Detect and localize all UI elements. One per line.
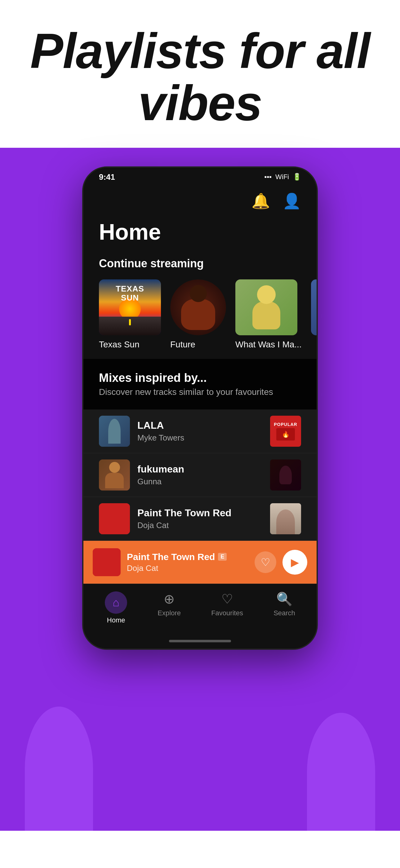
nav-item-explore[interactable]: ⊕ Explore: [158, 591, 181, 624]
woman-body: [276, 509, 295, 534]
now-playing-actions: ♡ ▶: [255, 550, 307, 575]
lala-title: LALA: [137, 420, 263, 431]
what-body: [253, 302, 280, 330]
track-item-paint[interactable]: Paint The Town Red Doja Cat: [84, 497, 316, 541]
stream-item-future[interactable]: Future: [170, 279, 226, 349]
mixes-subtitle: Discover new tracks similar to your favo…: [99, 387, 301, 397]
track-list: LALA Myke Towers POPULAR 🔥: [84, 409, 316, 541]
purple-background: 9:41 ▪▪▪ WiFi 🔋 🔔 👤 Home Continue stream…: [0, 148, 400, 831]
now-playing-art: [93, 548, 121, 576]
mixes-title: Mixes inspired by...: [99, 371, 301, 385]
status-bar: 9:41 ▪▪▪ WiFi 🔋: [84, 168, 316, 186]
blob-right: [307, 713, 375, 831]
paint-side-art: [270, 503, 301, 534]
what-thumbnail: [235, 279, 297, 335]
nav-favourites-label: Favourites: [211, 609, 243, 617]
phone-frame: 9:41 ▪▪▪ WiFi 🔋 🔔 👤 Home Continue stream…: [82, 166, 318, 650]
home-title-section: Home: [84, 213, 316, 254]
fuku-side-figure: [279, 466, 292, 484]
heart-button[interactable]: ♡: [255, 551, 276, 573]
home-heading: Home: [99, 219, 301, 245]
play-button[interactable]: ▶: [282, 550, 307, 575]
what-name: What Was I Ma...: [235, 340, 302, 349]
paint-title: Paint The Town Red: [137, 507, 263, 519]
battery-icon: 🔋: [293, 173, 301, 181]
popular-badge: POPULAR 🔥: [270, 416, 301, 447]
partial-thumbnail: [311, 279, 316, 335]
fuku-body: [105, 473, 124, 488]
continue-streaming-label: Continue streaming: [84, 254, 316, 276]
home-icon-bg: ⌂: [105, 591, 127, 614]
woman-bg: [270, 503, 301, 534]
indicator-bar: [169, 640, 231, 642]
track-item-lala[interactable]: LALA Myke Towers POPULAR 🔥: [84, 409, 316, 453]
stream-item-what[interactable]: What Was I Ma...: [235, 279, 302, 349]
status-time: 9:41: [99, 172, 115, 182]
explore-icon: ⊕: [164, 591, 174, 607]
lala-figure: [108, 419, 121, 444]
phone-mockup: 9:41 ▪▪▪ WiFi 🔋 🔔 👤 Home Continue stream…: [82, 166, 318, 650]
nav-search-label: Search: [273, 609, 295, 617]
texas-road: [99, 317, 161, 335]
paint-thumbnail: [99, 503, 130, 534]
fuku-head: [109, 462, 120, 473]
lala-artist: Myke Towers: [137, 433, 263, 443]
texas-sun-thumbnail: TEXASSUN: [99, 279, 161, 335]
lala-art: [99, 416, 130, 447]
nav-item-search[interactable]: 🔍 Search: [273, 591, 295, 624]
fuku-side-dark: [270, 460, 301, 491]
lala-thumbnail: [99, 416, 130, 447]
paint-info: Paint The Town Red Doja Cat: [137, 507, 263, 530]
fuku-artist: Gunna: [137, 477, 263, 487]
nav-home-label: Home: [107, 616, 125, 624]
what-head: [257, 285, 276, 304]
hero-section: Playlists for all vibes: [0, 0, 400, 148]
now-playing-bar[interactable]: Paint The Town Red E Doja Cat ♡ ▶: [84, 541, 316, 584]
future-head: [190, 285, 207, 302]
nav-explore-label: Explore: [158, 609, 181, 617]
popular-art: 🔥: [276, 428, 295, 440]
texas-sun-name: Texas Sun: [99, 340, 139, 349]
fuku-thumbnail: [99, 460, 130, 491]
notification-icon[interactable]: 🔔: [252, 192, 270, 210]
paint-art: [99, 503, 130, 534]
future-body: [181, 299, 215, 330]
top-bar: 🔔 👤: [84, 186, 316, 213]
search-icon: 🔍: [276, 591, 292, 607]
paint-woman-art: [270, 503, 301, 534]
texas-sun-label: TEXASSUN: [116, 284, 144, 302]
track-item-fukumean[interactable]: fukumean Gunna: [84, 453, 316, 497]
lala-side-art: POPULAR 🔥: [270, 416, 301, 447]
fuku-figure: [105, 462, 124, 488]
future-name: Future: [170, 340, 195, 349]
status-icons: ▪▪▪ WiFi 🔋: [265, 173, 301, 181]
lala-info: LALA Myke Towers: [137, 420, 263, 443]
mixes-banner[interactable]: Mixes inspired by... Discover new tracks…: [84, 359, 316, 409]
fuku-art: [99, 460, 130, 491]
stream-item-texas-sun[interactable]: TEXASSUN Texas Sun: [99, 279, 161, 349]
purple-blobs: [0, 676, 400, 831]
signal-icon: ▪▪▪: [265, 173, 272, 181]
now-playing-song: Paint The Town Red: [127, 552, 215, 562]
fuku-side-art: [270, 460, 301, 491]
road-line: [129, 319, 131, 326]
what-person-container: [235, 279, 297, 335]
fuku-info: fukumean Gunna: [137, 464, 263, 487]
hero-title: Playlists for all vibes: [19, 25, 381, 129]
blob-left: [25, 707, 93, 831]
home-indicator: [84, 640, 316, 649]
now-playing-title: Paint The Town Red E: [127, 552, 248, 562]
now-playing-thumbnail: [93, 548, 121, 576]
home-icon: ⌂: [112, 596, 120, 609]
profile-icon[interactable]: 👤: [282, 192, 301, 210]
fuku-side-inner: [270, 460, 301, 491]
paint-artist-top: Doja Cat: [137, 521, 263, 530]
now-playing-artist: Doja Cat: [127, 563, 248, 573]
nav-item-home[interactable]: ⌂ Home: [105, 591, 127, 624]
explicit-badge: E: [218, 553, 227, 561]
stream-partial: [311, 279, 316, 349]
streaming-row: TEXASSUN Texas Sun: [84, 276, 316, 359]
future-thumbnail: [170, 279, 226, 335]
popular-text: POPULAR: [274, 422, 297, 427]
nav-item-favourites[interactable]: ♡ Favourites: [211, 591, 243, 624]
